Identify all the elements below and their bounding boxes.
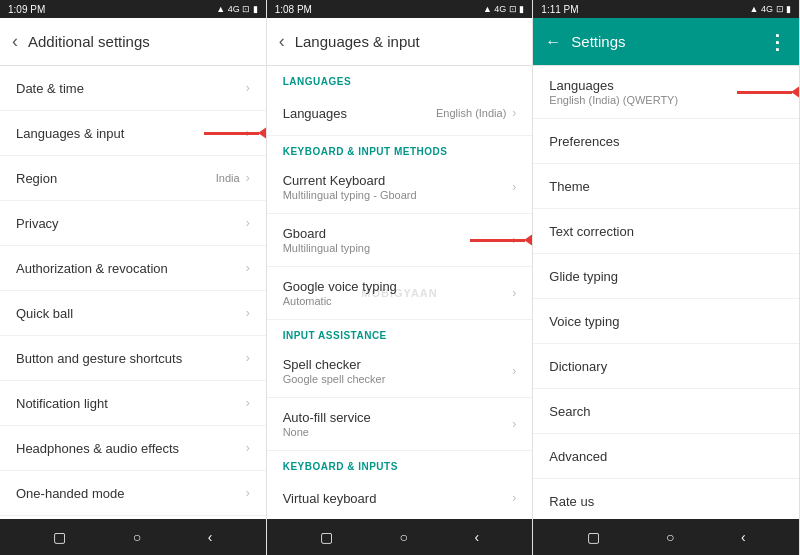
signal-3: ▲ 4G ⊡ ▮ [750, 4, 791, 14]
nav-bar-1: ▢ ○ ‹ [0, 519, 266, 555]
chevron-icon: › [246, 486, 250, 500]
chevron-icon: › [512, 106, 516, 120]
toolbar-2: ‹ Languages & input [267, 18, 533, 66]
back-icon-2[interactable]: ‹ [474, 529, 479, 545]
section-keyboard-inputs: KEYBOARD & INPUTS [267, 451, 533, 476]
chevron-icon: › [246, 351, 250, 365]
red-arrow-gboard [470, 233, 532, 247]
chevron-icon: › [512, 286, 516, 300]
back-button-3[interactable]: ← [545, 33, 561, 51]
status-icons-3: ▲ 4G ⊡ ▮ [750, 4, 791, 14]
section-languages: LANGUAGES [267, 66, 533, 91]
list-item-dictionary[interactable]: Dictionary [533, 344, 799, 388]
list-item-preferences[interactable]: Preferences [533, 119, 799, 163]
list-item-one-handed[interactable]: One-handed mode › [0, 471, 266, 515]
back-icon[interactable]: ‹ [208, 529, 213, 545]
list-item-notification-light[interactable]: Notification light › [0, 381, 266, 425]
list-item-region[interactable]: Region India › [0, 156, 266, 200]
list-item-privacy[interactable]: Privacy › [0, 201, 266, 245]
list-item-gboard[interactable]: Gboard Multilingual typing › [267, 214, 533, 266]
chevron-icon: › [512, 417, 516, 431]
list-item-glide-typing[interactable]: Glide typing [533, 254, 799, 298]
red-arrow-languages [204, 126, 266, 140]
toolbar-3: ← Settings ⋮ [533, 18, 799, 66]
time-2: 1:08 PM [275, 4, 312, 15]
status-bar-2: 1:08 PM ▲ 4G ⊡ ▮ [267, 0, 533, 18]
back-button-2[interactable]: ‹ [279, 31, 285, 52]
panel-languages-input: 1:08 PM ▲ 4G ⊡ ▮ ‹ Languages & input MOB… [267, 0, 534, 555]
toolbar-1: ‹ Additional settings [0, 18, 266, 66]
toolbar-title-2: Languages & input [295, 33, 521, 50]
red-arrow-settings-languages [737, 85, 799, 99]
chevron-icon: › [246, 171, 250, 185]
section-input-assistance: INPUT ASSISTANCE [267, 320, 533, 345]
chevron-icon: › [246, 441, 250, 455]
list-item-languages-input[interactable]: Languages & input › [0, 111, 266, 155]
home-icon-3[interactable]: ▢ [587, 529, 600, 545]
settings-list-3: Languages English (India) (QWERTY) Prefe… [533, 66, 799, 519]
list-item-rate-us[interactable]: Rate us [533, 479, 799, 519]
list-item-spell-checker[interactable]: Spell checker Google spell checker › [267, 345, 533, 397]
section-keyboard: KEYBOARD & INPUT METHODS [267, 136, 533, 161]
circle-icon[interactable]: ○ [133, 529, 141, 545]
chevron-icon: › [246, 81, 250, 95]
chevron-icon: › [512, 180, 516, 194]
signal-2: ▲ 4G ⊡ ▮ [483, 4, 524, 14]
settings-list-2: MOBIGYAAN LANGUAGES Languages English (I… [267, 66, 533, 519]
home-icon[interactable]: ▢ [53, 529, 66, 545]
home-icon-2[interactable]: ▢ [320, 529, 333, 545]
more-button-3[interactable]: ⋮ [767, 30, 787, 54]
list-item-theme[interactable]: Theme [533, 164, 799, 208]
status-icons-2: ▲ 4G ⊡ ▮ [483, 4, 524, 14]
list-item-current-keyboard[interactable]: Current Keyboard Multilingual typing - G… [267, 161, 533, 213]
list-item-gboard-languages[interactable]: Languages English (India) (QWERTY) [533, 66, 799, 118]
signal-1: ▲ 4G ⊡ ▮ [216, 4, 257, 14]
list-item-date-time[interactable]: Date & time › [0, 66, 266, 110]
nav-bar-3: ▢ ○ ‹ [533, 519, 799, 555]
list-item-search[interactable]: Search [533, 389, 799, 433]
chevron-icon: › [512, 364, 516, 378]
chevron-icon: › [246, 261, 250, 275]
status-bar-3: 1:11 PM ▲ 4G ⊡ ▮ [533, 0, 799, 18]
back-button-1[interactable]: ‹ [12, 31, 18, 52]
list-item-headphones[interactable]: Headphones & audio effects › [0, 426, 266, 470]
chevron-icon: › [246, 216, 250, 230]
list-item-quickball[interactable]: Quick ball › [0, 291, 266, 335]
panel-additional-settings: 1:09 PM ▲ 4G ⊡ ▮ ‹ Additional settings D… [0, 0, 267, 555]
list-item-auth[interactable]: Authorization & revocation › [0, 246, 266, 290]
circle-icon-2[interactable]: ○ [399, 529, 407, 545]
list-item-text-correction[interactable]: Text correction [533, 209, 799, 253]
list-item-accessibility[interactable]: Accessibility › [0, 516, 266, 519]
back-icon-3[interactable]: ‹ [741, 529, 746, 545]
list-item-languages[interactable]: Languages English (India) › [267, 91, 533, 135]
chevron-icon: › [246, 306, 250, 320]
panel-gboard-settings: 1:11 PM ▲ 4G ⊡ ▮ ← Settings ⋮ Languages … [533, 0, 800, 555]
chevron-icon: › [246, 396, 250, 410]
list-item-autofill[interactable]: Auto-fill service None › [267, 398, 533, 450]
time-3: 1:11 PM [541, 4, 578, 15]
chevron-icon: › [512, 491, 516, 505]
status-bar-1: 1:09 PM ▲ 4G ⊡ ▮ [0, 0, 266, 18]
list-item-virtual-keyboard[interactable]: Virtual keyboard › [267, 476, 533, 519]
list-item-google-voice[interactable]: Google voice typing Automatic › [267, 267, 533, 319]
list-item-advanced[interactable]: Advanced [533, 434, 799, 478]
settings-list-1: Date & time › Languages & input › Region… [0, 66, 266, 519]
list-item-voice-typing[interactable]: Voice typing [533, 299, 799, 343]
toolbar-title-3: Settings [571, 33, 767, 50]
status-icons-1: ▲ 4G ⊡ ▮ [216, 4, 257, 14]
nav-bar-2: ▢ ○ ‹ [267, 519, 533, 555]
circle-icon-3[interactable]: ○ [666, 529, 674, 545]
list-item-gesture[interactable]: Button and gesture shortcuts › [0, 336, 266, 380]
time-1: 1:09 PM [8, 4, 45, 15]
toolbar-title-1: Additional settings [28, 33, 254, 50]
